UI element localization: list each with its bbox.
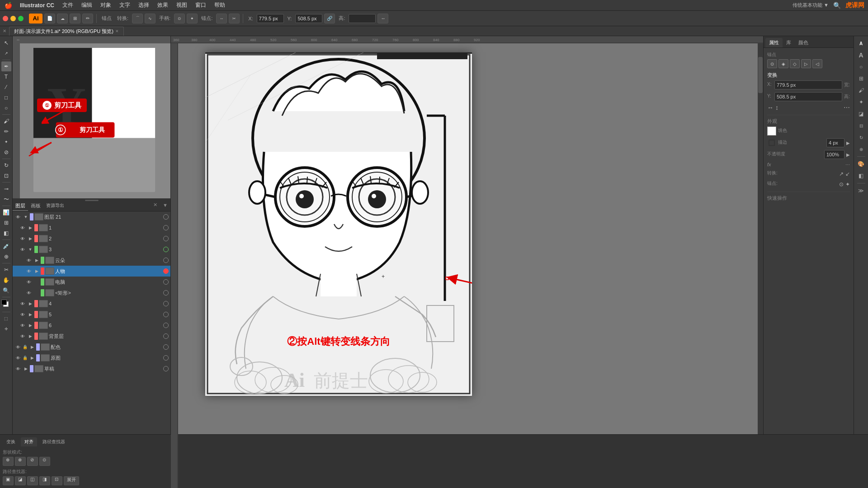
- pathfinder-2[interactable]: ◪: [15, 476, 26, 485]
- new-doc-btn[interactable]: 📄: [44, 14, 55, 23]
- layers-tab-artboard[interactable]: 画板: [28, 202, 43, 211]
- right-prop-icon[interactable]: A: [856, 38, 867, 49]
- menu-item-effect[interactable]: 效果: [154, 0, 172, 10]
- tool-puppet-warp[interactable]: ✛: [1, 324, 11, 334]
- layers-panel-close[interactable]: ✕: [151, 200, 160, 210]
- fx-label[interactable]: fx: [767, 162, 844, 167]
- tool-select[interactable]: ↖: [1, 38, 11, 48]
- tool-artboard[interactable]: ⬚: [1, 314, 11, 324]
- hand-btn1[interactable]: ⊙: [174, 14, 185, 23]
- eye-icon-caogao[interactable]: 👁: [14, 365, 22, 372]
- layer-row-peise[interactable]: 👁 🔒 ▶ 配色: [13, 342, 170, 352]
- tool-gradient[interactable]: ◧: [1, 228, 11, 238]
- menu-item-object[interactable]: 对象: [97, 0, 115, 10]
- menu-item-illustrator[interactable]: Illustrator CC: [16, 1, 58, 9]
- minimize-button[interactable]: [10, 16, 16, 21]
- tool-pen[interactable]: ✒: [1, 61, 11, 71]
- anchor-type-2[interactable]: ◈: [778, 59, 788, 68]
- tool-rotate[interactable]: ↻: [1, 160, 11, 170]
- x-value-right[interactable]: [774, 80, 842, 89]
- y-value-right[interactable]: [774, 92, 842, 101]
- layers-panel-collapse[interactable]: ▼: [160, 201, 170, 210]
- expand-21[interactable]: ▼: [23, 214, 29, 220]
- expand-6[interactable]: ▶: [27, 322, 33, 328]
- tool-warp[interactable]: 〜: [1, 194, 11, 204]
- opacity-value[interactable]: [824, 150, 844, 159]
- tool-scissors[interactable]: ✂: [1, 265, 11, 275]
- tool-ellipse[interactable]: ○: [1, 103, 11, 113]
- bottom-tab-align[interactable]: 对齐: [21, 437, 37, 446]
- layer-row-4[interactable]: 👁 ▶ 4: [13, 298, 170, 309]
- right-symbols-icon[interactable]: ✦: [856, 97, 867, 108]
- layer-row-6[interactable]: 👁 ▶ 6: [13, 320, 170, 331]
- layers-tab-layers[interactable]: 图层: [13, 202, 28, 211]
- anchor-type-5[interactable]: ◁: [812, 59, 822, 68]
- eye-icon-3[interactable]: 👁: [19, 246, 26, 253]
- active-tab[interactable]: 封面-演示源文件1.ai* 200% (RGB/GPU 预览) ✕: [9, 27, 124, 36]
- layer-row-caogao[interactable]: 👁 ▶ 草稿: [13, 363, 170, 374]
- menu-item-text[interactable]: 文字: [116, 0, 134, 10]
- cloud-btn[interactable]: ☁: [57, 14, 68, 23]
- right-tab-properties[interactable]: 属性: [765, 38, 783, 47]
- canvas-area[interactable]: 360 380 400 440 480 520 560 600 640 680 …: [171, 36, 763, 488]
- fill-swatch[interactable]: [767, 127, 776, 136]
- layer-row-21[interactable]: 👁 ▼ 图层 21: [13, 211, 170, 222]
- anchor-type-4[interactable]: ▷: [801, 59, 811, 68]
- shape-mode-2[interactable]: ⊗: [15, 457, 26, 466]
- expand-2[interactable]: ▶: [27, 235, 33, 242]
- anchor2-btn2[interactable]: ✦: [845, 181, 850, 188]
- eye-icon-yuantu[interactable]: 👁: [14, 354, 22, 361]
- layer-row-yunceng[interactable]: 👁 ▶ 云朵: [13, 255, 170, 266]
- tool-blend[interactable]: ⊕: [1, 252, 11, 262]
- right-color-icon[interactable]: 🎨: [856, 159, 867, 169]
- width-input[interactable]: [349, 14, 376, 23]
- expand-yuantu[interactable]: ▶: [29, 355, 35, 361]
- close-button[interactable]: [3, 16, 8, 21]
- eye-icon-1[interactable]: 👁: [19, 224, 26, 231]
- tool-scale[interactable]: ⊡: [1, 171, 11, 181]
- vertical-scrollbar[interactable]: [758, 43, 763, 488]
- expand-renwu[interactable]: ▶: [33, 268, 40, 274]
- expand-5[interactable]: ▶: [27, 311, 33, 318]
- search-icon[interactable]: 🔍: [833, 2, 841, 9]
- x-input[interactable]: [257, 14, 284, 23]
- expand-beij[interactable]: ▶: [27, 333, 33, 339]
- layer-row-beij[interactable]: 👁 ▶ 背景层: [13, 331, 170, 342]
- align-btn1[interactable]: ↔: [216, 14, 227, 23]
- tool-hand[interactable]: ✋: [1, 275, 11, 285]
- convert-anchor-btn[interactable]: ⌒: [132, 14, 143, 23]
- right-color2-icon[interactable]: ◧: [856, 170, 867, 181]
- layer-row-2[interactable]: 👁 ▶ 2: [13, 233, 170, 244]
- pathfinder-5[interactable]: ⊡: [52, 476, 62, 485]
- layer-row-diannao[interactable]: 👁 ▶ 电脑: [13, 277, 170, 287]
- opacity-expand-btn[interactable]: ▶: [846, 152, 850, 157]
- eye-icon-peise[interactable]: 👁: [14, 343, 22, 351]
- right-align-icon[interactable]: ⊟: [856, 120, 867, 131]
- menu-item-edit[interactable]: 编辑: [78, 0, 96, 10]
- shape-mode-3[interactable]: ⊘: [27, 457, 38, 466]
- expand-yunceng[interactable]: ▶: [33, 257, 40, 263]
- maximize-button[interactable]: [18, 16, 24, 21]
- layer-row-renwu[interactable]: 👁 ▶ 人物: [13, 266, 170, 277]
- layers-tab-export[interactable]: 资源导出: [43, 202, 67, 211]
- eye-icon-renwu[interactable]: 👁: [25, 267, 33, 275]
- menu-item-select[interactable]: 选择: [135, 0, 153, 10]
- right-tab-library[interactable]: 库: [783, 38, 795, 47]
- right-layers-icon[interactable]: ⊞: [856, 73, 867, 84]
- expand-4[interactable]: ▶: [27, 300, 33, 307]
- expand-3[interactable]: ▼: [27, 246, 33, 253]
- anchor-type-1[interactable]: ⊙: [767, 59, 777, 68]
- shape-mode-4[interactable]: ⊙: [39, 457, 50, 466]
- tab-close-btn[interactable]: ✕: [115, 29, 119, 33]
- tool-width[interactable]: ⊸: [1, 184, 11, 194]
- layer-row-3[interactable]: 👁 ▼ 3: [13, 244, 170, 255]
- tool-rect[interactable]: □: [1, 93, 11, 103]
- eye-icon-4[interactable]: 👁: [19, 300, 26, 307]
- canvas-content[interactable]: Ai 前提士: [178, 43, 763, 488]
- pen-select-btn[interactable]: ✏: [82, 14, 93, 23]
- tool-zoom[interactable]: 🔍: [1, 286, 11, 296]
- cut-btn[interactable]: ✂: [229, 14, 240, 23]
- eye-icon-2[interactable]: 👁: [19, 235, 26, 242]
- tool-column-graph[interactable]: 📊: [1, 207, 11, 217]
- transform2-btn2[interactable]: ↙: [845, 171, 850, 177]
